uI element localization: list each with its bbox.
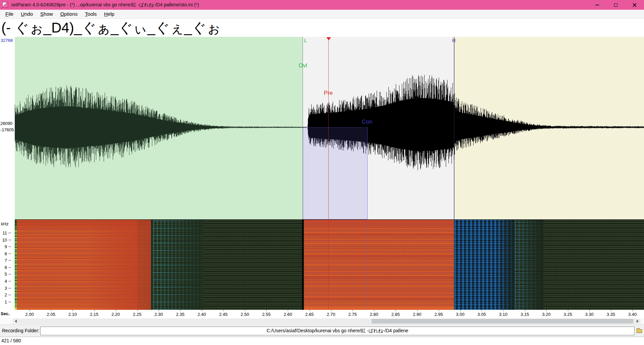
recording-folder-label: Recording Folder: — [2, 325, 39, 337]
time-tick-3.10: 3.10 — [499, 312, 507, 317]
time-tick-2.90: 2.90 — [413, 312, 421, 317]
freq-tick-11: 11 — [0, 230, 15, 235]
time-tick-mark — [288, 310, 288, 311]
spectrogram-formant-line — [17, 220, 138, 310]
time-tick-2.35: 2.35 — [176, 312, 184, 317]
time-tick-mark — [546, 310, 547, 311]
amplitude-readout-pos: 26090 — [0, 121, 12, 126]
freq-tick-2: 2 — [0, 292, 15, 297]
freq-tick-5: 5 — [0, 272, 15, 276]
titlebar[interactable]: setParam 4.0-b240629pre - (*) ...op/kure… — [0, 0, 644, 10]
preutterance-line[interactable] — [328, 37, 329, 310]
scroll-right-icon[interactable] — [637, 320, 639, 323]
time-tick-mark — [94, 310, 95, 311]
window-title: setParam 4.0-b240629pre - (*) ...op/kure… — [11, 2, 199, 8]
setparam-window: setParam 4.0-b240629pre - (*) ...op/kure… — [0, 0, 644, 345]
time-tick-mark — [460, 310, 461, 311]
time-tick-3.40: 3.40 — [628, 312, 637, 317]
time-tick-3.20: 3.20 — [542, 312, 550, 317]
time-tick-2.85: 2.85 — [391, 312, 400, 317]
spectrogram-right-wisps — [515, 220, 543, 310]
time-tick-2.20: 2.20 — [111, 312, 120, 317]
time-tick-2.05: 2.05 — [47, 312, 55, 317]
right-blank-label[interactable]: R — [452, 38, 456, 43]
time-tick-3.25: 3.25 — [564, 312, 572, 317]
time-tick-2.80: 2.80 — [370, 312, 378, 317]
amplitude-max-label: 32768 — [1, 38, 13, 43]
menubar: FileUndoShowOptionsToolsHelp — [0, 10, 644, 19]
overlap-label[interactable]: Ovl — [299, 62, 307, 69]
time-tick-2.30: 2.30 — [155, 312, 163, 317]
time-tick-mark — [266, 310, 267, 311]
time-tick-mark — [202, 310, 202, 311]
time-tick-2.70: 2.70 — [327, 312, 335, 317]
freq-tick-7: 7 — [0, 258, 15, 263]
maximize-icon — [614, 3, 618, 7]
time-tick-mark — [51, 310, 51, 311]
horizontal-scrollbar[interactable] — [0, 318, 644, 324]
recording-folder-input[interactable] — [40, 327, 635, 335]
freq-tick-1: 1 — [0, 299, 15, 304]
time-tick-mark — [482, 310, 482, 311]
right-blank-line[interactable] — [454, 37, 454, 310]
menu-item-undo[interactable]: Undo — [17, 10, 37, 18]
scrollbar-thumb[interactable] — [372, 319, 633, 324]
menu-item-help[interactable]: Help — [100, 10, 118, 18]
spectrogram-panel — [15, 219, 644, 310]
consonant-line[interactable] — [367, 127, 368, 310]
time-tick-2.65: 2.65 — [305, 312, 314, 317]
statusbar: 421 / 580 — [0, 337, 644, 345]
open-folder-icon — [637, 329, 642, 333]
time-tick-mark — [439, 310, 439, 311]
time-tick-mark — [374, 310, 374, 311]
time-axis: Sec. 2.002.052.102.152.202.252.302.352.4… — [0, 310, 644, 318]
time-tick-2.00: 2.00 — [25, 312, 34, 317]
recording-folder-row: Recording Folder: — [0, 324, 644, 337]
freq-tick-6: 6 — [0, 265, 15, 270]
left-blank-label[interactable]: L — [304, 38, 307, 43]
menu-item-tools[interactable]: Tools — [81, 10, 100, 18]
browse-folder-button[interactable] — [636, 327, 643, 335]
left-blank-line[interactable] — [303, 37, 303, 310]
waveform-panel[interactable] — [15, 37, 644, 219]
time-tick-3.00: 3.00 — [456, 312, 464, 317]
minimize-icon — [595, 5, 599, 5]
app-icon[interactable] — [2, 2, 8, 8]
time-tick-2.25: 2.25 — [133, 312, 141, 317]
time-tick-mark — [568, 310, 568, 311]
time-tick-mark — [353, 310, 353, 311]
time-tick-2.95: 2.95 — [434, 312, 443, 317]
time-tick-2.40: 2.40 — [198, 312, 206, 317]
preutterance-marker-icon[interactable] — [326, 37, 331, 41]
time-tick-mark — [116, 310, 116, 311]
freq-tick-9: 9 — [0, 244, 15, 249]
freq-tick-10: 10 — [0, 237, 15, 242]
time-tick-2.75: 2.75 — [348, 312, 357, 317]
time-tick-2.45: 2.45 — [219, 312, 227, 317]
close-icon — [633, 3, 637, 7]
menu-item-options[interactable]: Options — [57, 10, 82, 18]
scroll-left-icon[interactable] — [15, 320, 17, 323]
frequency-scale: kHz 1110987654321 — [0, 219, 15, 310]
time-tick-3.15: 3.15 — [521, 312, 529, 317]
entry-counter: 421 / 580 — [1, 338, 21, 343]
maximize-button[interactable] — [606, 0, 625, 10]
freq-tick-4: 4 — [0, 279, 15, 283]
time-tick-mark — [417, 310, 418, 311]
time-tick-2.60: 2.60 — [284, 312, 292, 317]
spectrogram-formant-line — [304, 220, 454, 310]
consonant-label[interactable]: Con — [362, 119, 372, 125]
close-button[interactable] — [625, 0, 644, 10]
time-tick-mark — [633, 310, 633, 311]
menu-item-file[interactable]: File — [2, 10, 17, 18]
preutterance-label[interactable]: Pre — [324, 90, 332, 96]
time-tick-2.50: 2.50 — [240, 312, 249, 317]
time-tick-3.30: 3.30 — [585, 312, 594, 317]
frequency-unit-label: kHz — [1, 221, 8, 226]
time-tick-3.05: 3.05 — [478, 312, 486, 317]
overlap-region-rect[interactable] — [303, 127, 368, 219]
menu-item-show[interactable]: Show — [37, 10, 57, 18]
minimize-button[interactable] — [588, 0, 606, 10]
amplitude-scale: 32768 26090 -17605 — [0, 37, 15, 219]
time-tick-mark — [395, 310, 396, 311]
